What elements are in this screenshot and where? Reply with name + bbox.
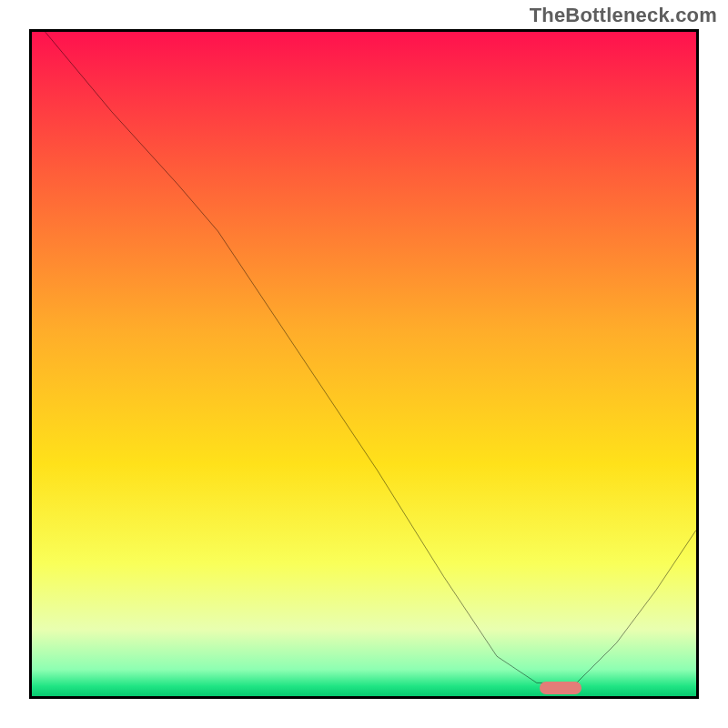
watermark-text: TheBottleneck.com <box>530 4 717 27</box>
bottleneck-curve <box>32 32 696 696</box>
chart-area <box>29 29 699 699</box>
optimal-marker <box>540 682 581 694</box>
